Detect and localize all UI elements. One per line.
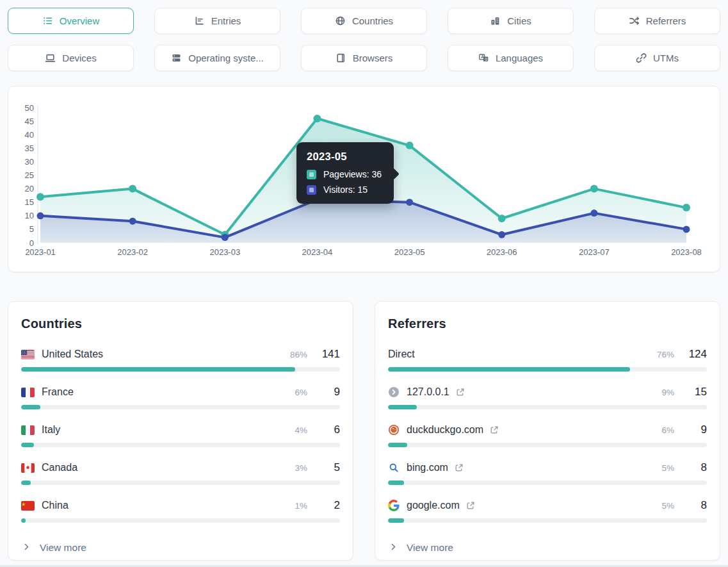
row-label: bing.com bbox=[407, 462, 448, 473]
tab-label: Cities bbox=[507, 15, 531, 26]
row-label: France bbox=[42, 386, 74, 398]
referrer-row: 127.0.0.19%15 bbox=[388, 386, 707, 409]
tab-overview[interactable]: Overview bbox=[8, 8, 134, 34]
row-progress-fill bbox=[21, 518, 26, 523]
tab-referrers[interactable]: Referrers bbox=[594, 8, 720, 34]
tab-entries[interactable]: Entries bbox=[154, 8, 280, 34]
row-count: 15 bbox=[686, 386, 707, 399]
tooltip-series-label: Visitors: 15 bbox=[323, 185, 368, 195]
countries-card-title: Countries bbox=[21, 316, 340, 331]
china-flag-icon bbox=[21, 501, 35, 511]
chevron-right-icon bbox=[22, 542, 31, 554]
row-progress-track bbox=[388, 518, 707, 523]
tab-browsers[interactable]: Browsers bbox=[301, 45, 427, 71]
row-percent: 6% bbox=[295, 388, 307, 397]
country-row: France6%9 bbox=[21, 386, 340, 409]
row-percent: 3% bbox=[295, 463, 307, 473]
svg-text:2023-04: 2023-04 bbox=[302, 247, 333, 257]
row-progress-track bbox=[388, 367, 707, 372]
languages-icon: A文 bbox=[478, 53, 489, 63]
external-link-icon[interactable] bbox=[455, 463, 464, 472]
svg-text:2023-03: 2023-03 bbox=[209, 247, 240, 257]
row-label: google.com bbox=[407, 500, 460, 511]
row-progress-track bbox=[21, 481, 340, 485]
row-progress-fill bbox=[21, 443, 34, 447]
tab-label: Referrers bbox=[646, 15, 686, 26]
row-count: 124 bbox=[686, 348, 707, 361]
tab-row-2: DevicesOperating syste...BrowsersA文Langu… bbox=[8, 45, 720, 71]
tab-label: Overview bbox=[60, 15, 100, 26]
tooltip-series-row: Visitors: 15 bbox=[307, 185, 384, 195]
row-label: Canada bbox=[42, 462, 77, 473]
chevron-right-icon bbox=[389, 542, 398, 554]
bing-favicon-icon bbox=[388, 462, 400, 473]
country-row: Canada3%5 bbox=[21, 461, 340, 485]
analytics-page: OverviewEntriesCountriesCitiesReferrers … bbox=[0, 0, 728, 567]
default-favicon-icon bbox=[388, 386, 400, 398]
overview-chart-card: 051015202530354045502023-012023-022023-0… bbox=[8, 86, 720, 272]
pageviews-swatch-icon bbox=[307, 170, 316, 179]
row-progress-track bbox=[21, 443, 340, 447]
tab-cities[interactable]: Cities bbox=[448, 8, 574, 34]
svg-text:5: 5 bbox=[29, 224, 34, 234]
canada-flag-icon bbox=[21, 463, 35, 473]
row-count: 9 bbox=[686, 423, 707, 436]
utms-icon bbox=[636, 53, 647, 63]
referrer-row: bing.com5%8 bbox=[388, 461, 707, 485]
row-progress-track bbox=[388, 405, 707, 409]
svg-text:40: 40 bbox=[25, 130, 34, 140]
row-percent: 5% bbox=[661, 501, 674, 511]
countries-view-more-link[interactable]: View more bbox=[21, 542, 340, 554]
tab-countries[interactable]: Countries bbox=[301, 8, 427, 34]
tab-label: UTMs bbox=[653, 53, 679, 63]
svg-text:10: 10 bbox=[25, 211, 34, 220]
tab-languages[interactable]: A文Languages bbox=[448, 45, 574, 71]
row-count: 5 bbox=[320, 461, 340, 474]
row-percent: 76% bbox=[657, 350, 674, 359]
row-count: 8 bbox=[686, 499, 707, 512]
france-flag-icon bbox=[21, 388, 35, 397]
row-progress-track bbox=[21, 518, 340, 523]
tab-utms[interactable]: UTMs bbox=[594, 45, 720, 71]
svg-text:2023-06: 2023-06 bbox=[487, 247, 517, 257]
row-label: duckduckgo.com bbox=[407, 424, 483, 436]
tab-label: Devices bbox=[62, 53, 96, 63]
tab-label: Operating syste... bbox=[188, 53, 264, 63]
external-link-icon[interactable] bbox=[456, 388, 465, 397]
tab-operating-systems[interactable]: Operating syste... bbox=[154, 45, 280, 71]
countries-icon bbox=[335, 15, 346, 26]
row-progress-fill bbox=[388, 443, 407, 447]
view-more-label: View more bbox=[407, 542, 453, 554]
visitors-swatch-icon bbox=[307, 185, 316, 195]
operating-systems-icon bbox=[171, 53, 182, 63]
country-row: China1%2 bbox=[21, 499, 340, 523]
svg-text:45: 45 bbox=[25, 117, 34, 126]
svg-text:30: 30 bbox=[25, 157, 34, 167]
row-percent: 4% bbox=[295, 425, 307, 435]
svg-text:2023-08: 2023-08 bbox=[671, 247, 702, 257]
row-count: 9 bbox=[320, 386, 340, 399]
row-progress-track bbox=[388, 443, 707, 447]
row-progress-fill bbox=[21, 405, 40, 409]
row-progress-fill bbox=[21, 367, 295, 372]
tab-label: Entries bbox=[211, 15, 241, 26]
row-progress-fill bbox=[388, 518, 404, 523]
external-link-icon[interactable] bbox=[490, 425, 499, 434]
row-progress-fill bbox=[21, 481, 31, 485]
tab-devices[interactable]: Devices bbox=[8, 45, 134, 71]
countries-card: Countries United States86%141France6%9It… bbox=[8, 301, 353, 561]
referrers-view-more-link[interactable]: View more bbox=[388, 542, 707, 554]
row-progress-fill bbox=[388, 367, 630, 372]
external-link-icon[interactable] bbox=[466, 501, 475, 510]
svg-text:2023-07: 2023-07 bbox=[579, 247, 610, 257]
row-progress-fill bbox=[388, 405, 417, 409]
referrers-card: Referrers Direct76%124127.0.0.19%15duckd… bbox=[375, 301, 720, 561]
stat-cards: Countries United States86%141France6%9It… bbox=[8, 301, 720, 561]
row-progress-track bbox=[388, 481, 707, 485]
svg-text:2023-05: 2023-05 bbox=[394, 247, 425, 257]
row-label: China bbox=[42, 500, 69, 511]
tab-row-1: OverviewEntriesCountriesCitiesReferrers bbox=[8, 8, 720, 34]
referrer-row: duckduckgo.com6%9 bbox=[388, 423, 707, 447]
row-count: 2 bbox=[320, 499, 340, 512]
view-more-label: View more bbox=[40, 542, 86, 554]
